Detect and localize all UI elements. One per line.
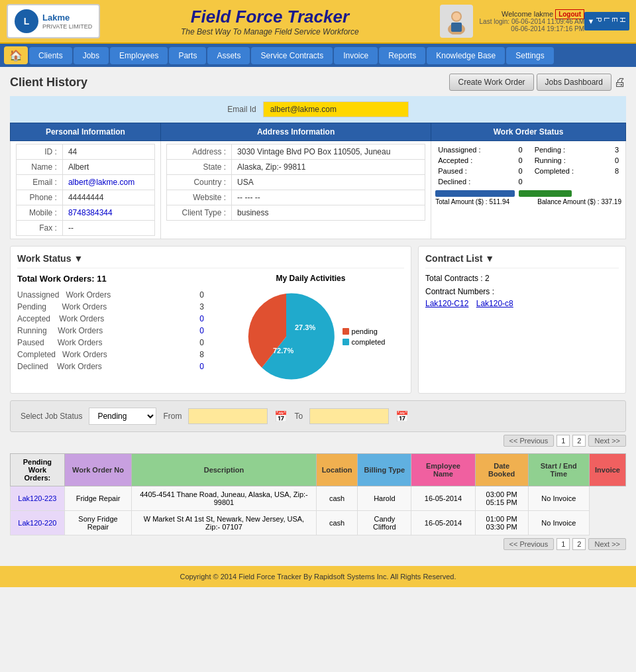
total-contracts: Total Contracts : 2 xyxy=(425,274,619,283)
wo-declined-val: 0 xyxy=(191,362,204,371)
row1-billing: cash xyxy=(316,486,358,511)
logo-sub: PRIVATE LIMITED xyxy=(42,23,92,30)
nav-clients[interactable]: Clients xyxy=(29,47,72,64)
job-status-select[interactable]: PendingAcceptedRunningPausedCompletedDec… xyxy=(89,408,156,425)
contract-numbers: Lak120-C12 Lak120-c8 xyxy=(425,299,619,308)
wo-pending-val: 3 xyxy=(191,302,204,311)
wo-declined-label: Declined Work Orders xyxy=(17,362,102,371)
id-value: 44 xyxy=(62,144,154,160)
contract-list-title: Contract List ▼ xyxy=(425,253,619,268)
print-icon[interactable]: 🖨 xyxy=(614,76,626,89)
nav-reports[interactable]: Reports xyxy=(379,47,425,64)
welcome-text: Welcome lakme Logout xyxy=(480,10,584,18)
row2-loc: W Market St At 1st St, Newark, New Jerse… xyxy=(132,511,316,535)
row1-desc: Fridge Repair xyxy=(64,486,131,511)
prev-page-bottom[interactable]: << Previous xyxy=(504,538,555,550)
nav-jobs[interactable]: Jobs xyxy=(74,47,109,64)
client-info-table: Personal Information Address Information… xyxy=(10,123,626,239)
total-work-orders: Total Work Orders: 11 xyxy=(17,274,204,284)
next-page-top[interactable]: Next >> xyxy=(588,435,626,447)
work-status-title: Work Status ▼ xyxy=(17,253,404,268)
nav-knowledge-base[interactable]: Knowledge Base xyxy=(427,47,505,64)
home-button[interactable]: 🏠 xyxy=(4,46,28,64)
help-panel[interactable]: HELP▼ xyxy=(584,12,629,30)
wo-unassigned-val: 0 xyxy=(191,290,204,300)
contract-numbers-label: Contract Numbers : xyxy=(425,287,619,296)
logo-company: Lakme xyxy=(42,13,92,23)
contract-link-2[interactable]: Lak120-c8 xyxy=(476,299,513,308)
email-input[interactable] xyxy=(263,101,409,117)
to-date-input[interactable] xyxy=(309,408,389,424)
header-right: Welcome lakme Logout Last login: 06-06-2… xyxy=(440,5,584,38)
last-login-2: 06-06-2014 19:17:16 PM xyxy=(480,25,584,32)
action-buttons: Create Work Order Jobs Dashboard 🖨 xyxy=(449,74,626,91)
nav-settings[interactable]: Settings xyxy=(506,47,553,64)
page-1-top[interactable]: 1 xyxy=(556,435,570,447)
row1-loc: 4405-4541 Thane Road, Juneau, Alaska, US… xyxy=(132,486,316,511)
avatar xyxy=(440,5,473,38)
loc-header: Location xyxy=(316,454,358,486)
jobs-dashboard-button[interactable]: Jobs Dashboard xyxy=(537,74,611,91)
country-label: Country : xyxy=(166,175,231,190)
declined-value: 0 xyxy=(519,178,523,186)
running-label: Running : xyxy=(535,156,566,164)
section-header: Client History Create Work Order Jobs Da… xyxy=(10,74,626,91)
email-label: Email Id xyxy=(227,105,256,114)
wo-paused-label: Paused Work Orders xyxy=(17,338,103,347)
user-info: Welcome lakme Logout Last login: 06-06-2… xyxy=(480,10,584,32)
legend-pending-dot xyxy=(343,328,349,335)
running-value: 0 xyxy=(615,156,619,164)
address-value: 3030 Vintage Blvd PO Box 110505, Juneau xyxy=(232,144,425,160)
mobile-label: Mobile : xyxy=(17,205,63,221)
page-title: Client History xyxy=(10,76,87,89)
nav-service-contracts[interactable]: Service Contracts xyxy=(251,47,333,64)
emp-header: Employee Name xyxy=(411,454,476,486)
wo-accepted-label: Accepted Work Orders xyxy=(17,314,104,323)
work-orders-table: Pending WorkOrders: Work Order No Descri… xyxy=(10,453,626,535)
personal-info-cell: ID :44 Name :Albert Email :albert@lakme.… xyxy=(11,141,161,239)
navigation: 🏠 Clients Jobs Employees Parts Assets Se… xyxy=(0,44,636,67)
wo-completed-val: 8 xyxy=(191,350,204,359)
create-work-order-button[interactable]: Create Work Order xyxy=(449,74,533,91)
next-page-bottom[interactable]: Next >> xyxy=(588,538,626,550)
app-subtitle: The Best Way To Manage Field Service Wor… xyxy=(100,27,439,36)
contract-link-1[interactable]: Lak120-C12 xyxy=(425,299,468,308)
unassigned-value: 0 xyxy=(519,146,523,154)
legend-completed-label: completed xyxy=(352,338,386,346)
from-date-input[interactable] xyxy=(188,408,268,424)
nav-invoice[interactable]: Invoice xyxy=(334,47,378,64)
wo-accepted-val: 0 xyxy=(191,314,204,323)
page-2-bottom[interactable]: 2 xyxy=(572,538,586,550)
wo-paused-val: 0 xyxy=(191,338,204,347)
phone-label: Phone : xyxy=(17,190,63,205)
table-row: Lak120-220 Sony Fridge Repair W Market S… xyxy=(11,511,626,535)
pie-legend: pending completed xyxy=(343,327,386,346)
prev-page-top[interactable]: << Previous xyxy=(504,435,555,447)
row1-time: 03:00 PM05:15 PM xyxy=(475,486,528,511)
row2-date: 16-05-2014 xyxy=(411,511,476,535)
paused-value: 0 xyxy=(519,167,523,175)
mobile-link[interactable]: 8748384344 xyxy=(68,208,113,217)
client-type-value: business xyxy=(232,205,425,221)
nav-parts[interactable]: Parts xyxy=(169,47,206,64)
nav-employees[interactable]: Employees xyxy=(110,47,168,64)
logo-icon: L xyxy=(15,9,38,33)
row1-date: 16-05-2014 xyxy=(411,486,476,511)
accepted-label: Accepted : xyxy=(438,156,472,164)
page-2-top[interactable]: 2 xyxy=(572,435,586,447)
legend-pending-label: pending xyxy=(352,327,378,335)
email-link[interactable]: albert@lakme.com xyxy=(68,178,134,187)
logo: L Lakme PRIVATE LIMITED xyxy=(7,4,100,38)
work-order-status-cell: Unassigned : 0 Pending : 3 Accepted : 0 xyxy=(431,141,626,239)
wo-pending-label: Pending Work Orders xyxy=(17,302,107,311)
pending-wo-header: Pending WorkOrders: xyxy=(11,454,65,486)
row1-invoice: No Invoice xyxy=(528,486,590,511)
page-1-bottom[interactable]: 1 xyxy=(556,538,570,550)
country-value: USA xyxy=(232,175,425,190)
desc-header: Description xyxy=(132,454,316,486)
nav-assets[interactable]: Assets xyxy=(207,47,250,64)
from-calendar-icon[interactable]: 📅 xyxy=(274,410,288,423)
billing-header: Billing Type xyxy=(358,454,411,486)
to-calendar-icon[interactable]: 📅 xyxy=(396,410,409,423)
state-label: State : xyxy=(166,160,231,175)
